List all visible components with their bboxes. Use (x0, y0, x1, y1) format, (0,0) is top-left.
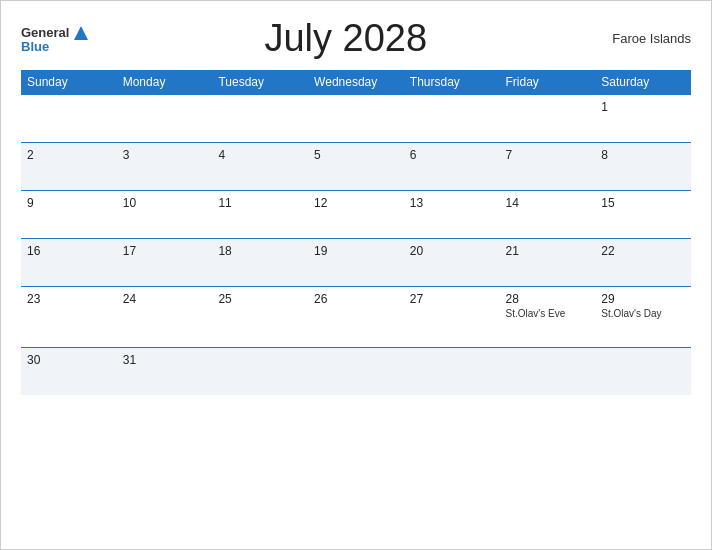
calendar-week-row: 9101112131415 (21, 191, 691, 239)
calendar-cell: 7 (500, 143, 596, 191)
day-number: 6 (410, 148, 494, 162)
logo-triangle-icon (72, 24, 90, 42)
calendar-title: July 2028 (90, 17, 601, 60)
logo-area: General Blue (21, 24, 90, 54)
calendar-cell: 23 (21, 287, 117, 348)
calendar-cell: 22 (595, 239, 691, 287)
calendar-cell: 27 (404, 287, 500, 348)
day-number: 9 (27, 196, 111, 210)
calendar-header: General Blue July 2028 Faroe Islands (21, 17, 691, 60)
calendar-table: SundayMondayTuesdayWednesdayThursdayFrid… (21, 70, 691, 395)
day-number: 22 (601, 244, 685, 258)
calendar-cell: 15 (595, 191, 691, 239)
calendar-week-row: 3031 (21, 348, 691, 396)
calendar-cell (212, 348, 308, 396)
calendar-cell: 17 (117, 239, 213, 287)
day-number: 10 (123, 196, 207, 210)
event-label: St.Olav's Eve (506, 308, 590, 319)
calendar-cell: 21 (500, 239, 596, 287)
calendar-cell (308, 95, 404, 143)
weekday-header-row: SundayMondayTuesdayWednesdayThursdayFrid… (21, 70, 691, 95)
calendar-cell: 14 (500, 191, 596, 239)
day-number: 3 (123, 148, 207, 162)
day-number: 18 (218, 244, 302, 258)
calendar-cell (500, 95, 596, 143)
day-number: 4 (218, 148, 302, 162)
calendar-cell: 30 (21, 348, 117, 396)
calendar-container: General Blue July 2028 Faroe Islands Sun… (0, 0, 712, 550)
calendar-cell: 26 (308, 287, 404, 348)
calendar-week-row: 2345678 (21, 143, 691, 191)
calendar-cell: 19 (308, 239, 404, 287)
weekday-header-sunday: Sunday (21, 70, 117, 95)
day-number: 14 (506, 196, 590, 210)
day-number: 5 (314, 148, 398, 162)
weekday-header-friday: Friday (500, 70, 596, 95)
calendar-cell (404, 348, 500, 396)
calendar-cell (404, 95, 500, 143)
calendar-cell: 10 (117, 191, 213, 239)
day-number: 19 (314, 244, 398, 258)
day-number: 11 (218, 196, 302, 210)
calendar-cell: 1 (595, 95, 691, 143)
day-number: 28 (506, 292, 590, 306)
calendar-cell: 4 (212, 143, 308, 191)
logo-blue-text: Blue (21, 39, 49, 54)
day-number: 16 (27, 244, 111, 258)
weekday-header-thursday: Thursday (404, 70, 500, 95)
calendar-cell: 18 (212, 239, 308, 287)
day-number: 29 (601, 292, 685, 306)
calendar-cell: 13 (404, 191, 500, 239)
calendar-cell: 5 (308, 143, 404, 191)
day-number: 24 (123, 292, 207, 306)
calendar-cell: 8 (595, 143, 691, 191)
day-number: 2 (27, 148, 111, 162)
day-number: 21 (506, 244, 590, 258)
calendar-cell: 16 (21, 239, 117, 287)
day-number: 1 (601, 100, 685, 114)
calendar-week-row: 1 (21, 95, 691, 143)
day-number: 26 (314, 292, 398, 306)
day-number: 27 (410, 292, 494, 306)
day-number: 23 (27, 292, 111, 306)
calendar-cell: 24 (117, 287, 213, 348)
calendar-cell: 28St.Olav's Eve (500, 287, 596, 348)
day-number: 30 (27, 353, 111, 367)
event-label: St.Olav's Day (601, 308, 685, 319)
calendar-cell: 6 (404, 143, 500, 191)
day-number: 31 (123, 353, 207, 367)
weekday-header-monday: Monday (117, 70, 213, 95)
calendar-cell: 31 (117, 348, 213, 396)
calendar-cell: 2 (21, 143, 117, 191)
day-number: 13 (410, 196, 494, 210)
calendar-cell: 11 (212, 191, 308, 239)
calendar-cell: 9 (21, 191, 117, 239)
svg-marker-0 (74, 26, 88, 40)
day-number: 7 (506, 148, 590, 162)
calendar-cell (117, 95, 213, 143)
calendar-week-row: 232425262728St.Olav's Eve29St.Olav's Day (21, 287, 691, 348)
calendar-cell (500, 348, 596, 396)
day-number: 17 (123, 244, 207, 258)
day-number: 8 (601, 148, 685, 162)
calendar-cell: 20 (404, 239, 500, 287)
day-number: 25 (218, 292, 302, 306)
day-number: 15 (601, 196, 685, 210)
weekday-header-tuesday: Tuesday (212, 70, 308, 95)
calendar-cell: 12 (308, 191, 404, 239)
calendar-cell (595, 348, 691, 396)
calendar-cell: 29St.Olav's Day (595, 287, 691, 348)
calendar-cell: 3 (117, 143, 213, 191)
region-label: Faroe Islands (601, 31, 691, 46)
weekday-header-saturday: Saturday (595, 70, 691, 95)
day-number: 12 (314, 196, 398, 210)
calendar-cell (21, 95, 117, 143)
calendar-cell (308, 348, 404, 396)
calendar-cell: 25 (212, 287, 308, 348)
calendar-week-row: 16171819202122 (21, 239, 691, 287)
calendar-cell (212, 95, 308, 143)
weekday-header-wednesday: Wednesday (308, 70, 404, 95)
day-number: 20 (410, 244, 494, 258)
